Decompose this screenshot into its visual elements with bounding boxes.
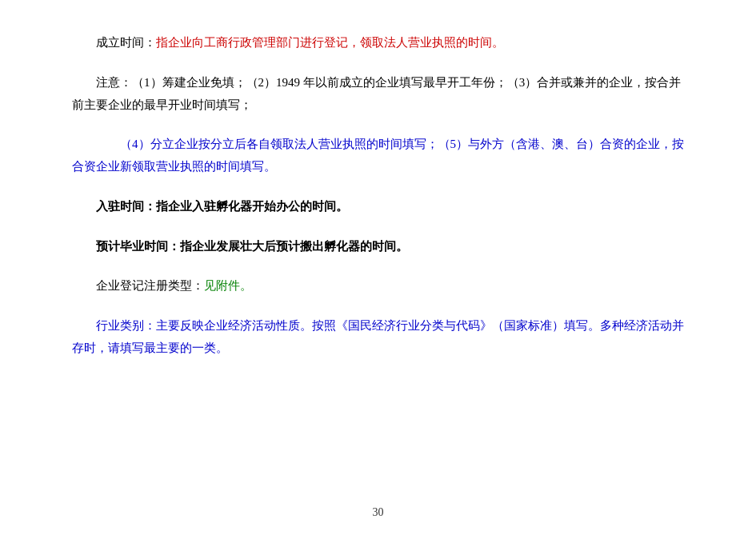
text-fanjian: 见附件。 bbox=[204, 279, 252, 292]
text-dengji: 企业登记注册类型： bbox=[96, 279, 204, 292]
text-fenli: （4）分立企业按分立后各自领取法人营业执照的时间填写；（5）与外方（含港、澳、台… bbox=[72, 138, 684, 173]
text-ruzhu: 入驻时间：指企业入驻孵化器开始办公的时间。 bbox=[96, 200, 348, 213]
text-yuji: 预计毕业时间：指企业发展壮大后预计搬出孵化器的时间。 bbox=[96, 240, 408, 253]
text-hangye-indent: 行业类别：主要反映企业经济活动性质。按照《国民经济行业分类与代码》（国家标准）填… bbox=[72, 319, 684, 354]
paragraph-7: 行业类别：主要反映企业经济活动性质。按照《国民经济行业分类与代码》（国家标准）填… bbox=[72, 315, 684, 360]
text-chengli-desc: 指企业向工商行政管理部门进行登记，领取法人营业执照的时间。 bbox=[156, 36, 504, 49]
paragraph-4: 入驻时间：指企业入驻孵化器开始办公的时间。 bbox=[72, 196, 684, 218]
paragraph-2: 注意：（1）筹建企业免填；（2）1949 年以前成立的企业填写最早开工年份；（3… bbox=[72, 72, 684, 117]
page-container: 成立时间：指企业向工商行政管理部门进行登记，领取法人营业执照的时间。 注意：（1… bbox=[0, 0, 756, 535]
page-number: 30 bbox=[373, 506, 384, 519]
paragraph-6: 企业登记注册类型：见附件。 bbox=[72, 275, 684, 297]
text-chengli: 成立时间： bbox=[96, 36, 156, 49]
paragraph-5: 预计毕业时间：指企业发展壮大后预计搬出孵化器的时间。 bbox=[72, 236, 684, 258]
paragraph-3: （4）分立企业按分立后各自领取法人营业执照的时间填写；（5）与外方（含港、澳、台… bbox=[72, 134, 684, 178]
paragraph-1: 成立时间：指企业向工商行政管理部门进行登记，领取法人营业执照的时间。 bbox=[72, 32, 684, 54]
text-zhuyi: 注意：（1）筹建企业免填；（2）1949 年以前成立的企业填写最早开工年份；（3… bbox=[72, 76, 681, 111]
